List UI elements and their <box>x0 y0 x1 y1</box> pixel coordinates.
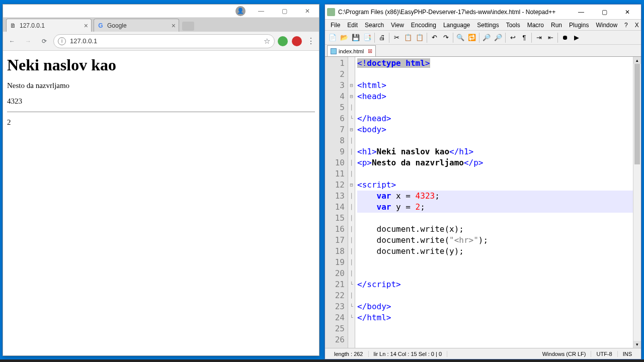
status-eol: Windows (CR LF) <box>537 351 592 357</box>
editor-area[interactable]: 1234567891011121314151617181920212223242… <box>325 57 641 348</box>
fold-gutter[interactable]: ⊟⊟│└⊟││││⊟││││││││└│└└ <box>348 57 355 348</box>
line-number-gutter: 1234567891011121314151617181920212223242… <box>325 57 348 348</box>
back-button[interactable]: ← <box>5 34 19 48</box>
scroll-thumb[interactable] <box>634 64 640 164</box>
forward-button[interactable]: → <box>21 34 35 48</box>
paste-icon[interactable]: 📋 <box>414 32 425 43</box>
menu-item-search[interactable]: Search <box>361 21 387 30</box>
undo-icon[interactable]: ↶ <box>429 32 440 43</box>
chrome-tabstrip: 🗎 127.0.0.1 × G Google × <box>3 18 319 32</box>
find-icon[interactable]: 🔍 <box>455 32 466 43</box>
tab-label: Google <box>107 22 127 29</box>
menu-item-language[interactable]: Language <box>440 21 473 30</box>
google-icon: G <box>97 22 104 29</box>
outdent-icon[interactable]: ⇤ <box>545 32 556 43</box>
npp-menubar: FileEditSearchViewEncodingLanguageSettin… <box>325 20 641 31</box>
extension-icon[interactable] <box>278 36 288 46</box>
close-button[interactable]: ✕ <box>296 5 319 18</box>
menu-item-run[interactable]: Run <box>547 21 566 30</box>
chrome-titlebar: 👤 — ▢ ✕ <box>3 5 319 18</box>
save-all-icon[interactable]: 📑 <box>362 32 373 43</box>
status-length: length : 262 <box>329 351 369 357</box>
editor-tab[interactable]: index.html ⊠ <box>327 45 376 56</box>
menu-item-macro[interactable]: Macro <box>524 21 547 30</box>
bookmark-star-icon[interactable]: ☆ <box>264 37 270 46</box>
chrome-window: 👤 — ▢ ✕ 🗎 127.0.0.1 × G Google × ← → ⟳ i… <box>3 4 319 356</box>
scroll-down-arrow-icon[interactable]: ▾ <box>633 341 641 348</box>
profile-icon[interactable]: 👤 <box>235 6 246 16</box>
status-insert-mode: INS <box>618 351 637 357</box>
maximize-button[interactable]: ▢ <box>273 5 296 18</box>
menu-item-window[interactable]: Window <box>592 21 621 30</box>
tab-label: 127.0.0.1 <box>20 22 45 29</box>
wordwrap-icon[interactable]: ↩ <box>507 32 518 43</box>
zoom-in-icon[interactable]: 🔎 <box>481 32 492 43</box>
page-heading: Neki naslov kao <box>7 56 315 74</box>
script-output-x: 4323 <box>7 97 315 106</box>
new-file-icon[interactable]: 📄 <box>327 32 338 43</box>
menu-item-view[interactable]: View <box>387 21 408 30</box>
browser-tab-inactive[interactable]: G Google × <box>94 19 179 32</box>
tab-close-icon[interactable]: × <box>172 22 176 30</box>
zoom-out-icon[interactable]: 🔎 <box>493 32 504 43</box>
minimize-button[interactable]: — <box>250 5 273 18</box>
vertical-scrollbar[interactable]: ▴ ▾ <box>633 57 641 348</box>
status-bar: length : 262 lir Ln : 14 Col : 15 Sel : … <box>325 348 641 359</box>
new-tab-button[interactable] <box>182 22 194 31</box>
page-content: Neki naslov kao Nesto da nazvrljamo 4323… <box>3 51 319 355</box>
page-paragraph: Nesto da nazvrljamo <box>7 81 315 90</box>
npp-tabbar: index.html ⊠ <box>325 45 641 57</box>
menu-item-?[interactable]: ? <box>621 21 631 30</box>
extension-icon[interactable] <box>292 36 302 46</box>
macro-record-icon[interactable]: ⏺ <box>559 32 571 43</box>
open-file-icon[interactable]: 📂 <box>339 32 350 43</box>
npp-titlebar: C:\Program Files (x86)\EasyPHP-Devserver… <box>325 5 641 20</box>
tab-close-icon[interactable]: ⊠ <box>368 48 372 54</box>
copy-icon[interactable]: 📋 <box>403 32 414 43</box>
code-content[interactable]: <!doctype html><html><head></head><body>… <box>355 57 641 348</box>
file-icon: 🗎 <box>10 22 17 29</box>
chrome-menu-button[interactable]: ⋮ <box>305 36 317 46</box>
menu-item-plugins[interactable]: Plugins <box>566 21 592 30</box>
menu-item-encoding[interactable]: Encoding <box>408 21 440 30</box>
address-bar[interactable]: i 127.0.0.1 ☆ <box>53 34 275 48</box>
save-icon[interactable]: 💾 <box>350 32 361 43</box>
scroll-up-arrow-icon[interactable]: ▴ <box>633 57 641 64</box>
replace-icon[interactable]: 🔁 <box>466 32 477 43</box>
editor-tab-label: index.html <box>339 48 364 54</box>
browser-tab-active[interactable]: 🗎 127.0.0.1 × <box>6 19 92 32</box>
menu-item-edit[interactable]: Edit <box>344 21 361 30</box>
address-text: 127.0.0.1 <box>70 37 97 45</box>
notepadpp-window: C:\Program Files (x86)\EasyPHP-Devserver… <box>325 4 641 359</box>
maximize-button[interactable]: ▢ <box>593 5 616 19</box>
horizontal-rule <box>7 112 315 112</box>
chrome-toolbar: ← → ⟳ i 127.0.0.1 ☆ ⋮ <box>3 32 319 51</box>
indent-icon[interactable]: ⇥ <box>533 32 544 43</box>
reload-button[interactable]: ⟳ <box>37 34 51 48</box>
close-button[interactable]: ✕ <box>616 5 639 19</box>
menu-item-file[interactable]: File <box>327 21 344 30</box>
file-icon <box>331 48 337 54</box>
redo-icon[interactable]: ↷ <box>440 32 451 43</box>
tab-close-icon[interactable]: × <box>84 22 88 30</box>
cut-icon[interactable]: ✂ <box>391 32 402 43</box>
site-info-icon[interactable]: i <box>58 37 66 45</box>
npp-title: C:\Program Files (x86)\EasyPHP-Devserver… <box>338 9 570 16</box>
minimize-button[interactable]: — <box>570 5 593 19</box>
script-output-y: 2 <box>7 118 315 127</box>
macro-play-icon[interactable]: ▶ <box>571 32 582 43</box>
status-position: lir Ln : 14 Col : 15 Sel : 0 | 0 <box>369 351 448 357</box>
menu-item-tools[interactable]: Tools <box>503 21 524 30</box>
status-encoding: UTF-8 <box>591 351 617 357</box>
menu-item-x[interactable]: X <box>631 21 642 30</box>
menu-item-settings[interactable]: Settings <box>473 21 502 30</box>
print-icon[interactable]: 🖨 <box>376 32 387 43</box>
npp-toolbar: 📄 📂 💾 📑 🖨 ✂ 📋 📋 ↶ ↷ 🔍 🔁 🔎 🔎 ↩ ¶ ⇥ ⇤ ⏺ ▶ <box>325 31 641 45</box>
windows-taskbar[interactable] <box>0 359 644 362</box>
show-all-chars-icon[interactable]: ¶ <box>519 32 530 43</box>
npp-app-icon <box>327 8 335 16</box>
